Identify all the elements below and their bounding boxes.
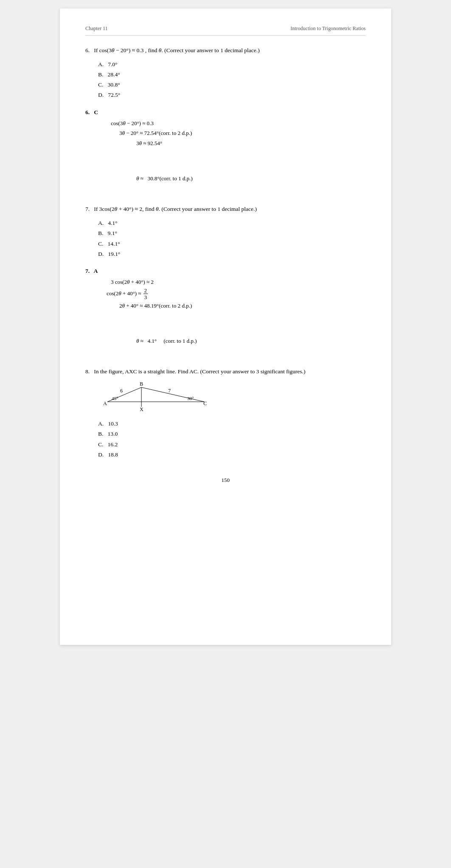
question-6-options: A. 7.0° B. 28.4° C. 30.8° D. 72.5°: [98, 59, 366, 101]
page: Chapter 11 Introduction to Trigonometric…: [60, 8, 391, 645]
solution-7-final: θ ≈ 4.1° (corr. to 1 d.p.): [136, 336, 366, 346]
solution-7-line2: cos(2θ + 40°) ≈ 2 3: [107, 287, 366, 301]
option-8d: D. 18.8: [98, 450, 366, 460]
solution-6-line1: cos(3θ − 20°) ≈ 0.3: [111, 118, 366, 128]
question-7-options: A. 4.1° B. 9.1° C. 14.1° D. 19.1°: [98, 218, 366, 259]
solution-6-line3: 3θ ≈ 92.54°: [136, 138, 366, 148]
option-7d: D. 19.1°: [98, 249, 366, 259]
page-header: Chapter 11 Introduction to Trigonometric…: [85, 25, 366, 36]
svg-text:7: 7: [168, 388, 171, 394]
svg-text:45°: 45°: [112, 396, 118, 401]
svg-text:6: 6: [120, 388, 123, 394]
page-number: 150: [85, 477, 366, 484]
question-8-options: A. 10.3 B. 13.0 C. 16.2 D. 18.8: [98, 419, 366, 460]
svg-text:X: X: [140, 406, 144, 412]
diagram-8: B A X C 6 7 45: [102, 381, 221, 414]
solution-6-final: θ ≈ 30.8°(corr. to 1 d.p.): [136, 174, 366, 183]
svg-text:A: A: [103, 400, 107, 406]
svg-text:B: B: [140, 381, 143, 387]
solution-7: 7. A 3 cos(2θ + 40°) ≈ 2 cos(2θ + 40°) ≈…: [85, 268, 366, 346]
question-8-text: 8. In the figure, AXC is a straight line…: [85, 367, 366, 376]
fraction-2-3: 2 3: [144, 287, 148, 301]
option-7b: B. 9.1°: [98, 228, 366, 238]
option-8b: B. 13.0: [98, 429, 366, 439]
chapter-label: Chapter 11: [85, 25, 108, 32]
solution-6: 6. C cos(3θ − 20°) ≈ 0.3 3θ − 20° ≈ 72.5…: [85, 109, 366, 184]
question-6: 6. If cos(3θ − 20°) ≈ 0.3 , find θ. (Cor…: [85, 46, 366, 101]
solution-7-line3: 2θ + 40° ≈ 48.19°(corr. to 2 d.p.): [119, 301, 366, 311]
option-6c: C. 30.8°: [98, 80, 366, 90]
chapter-title: Introduction to Trigonometric Ratios: [290, 25, 366, 32]
question-6-text: 6. If cos(3θ − 20°) ≈ 0.3 , find θ. (Cor…: [85, 46, 366, 55]
option-7a: A. 4.1°: [98, 218, 366, 228]
solution-7-line1: 3 cos(2θ + 40°) ≈ 2: [111, 277, 366, 287]
option-7c: C. 14.1°: [98, 239, 366, 249]
solution-7-answer: 7. A: [85, 268, 366, 274]
diagram-8-svg: B A X C 6 7 45: [102, 381, 221, 419]
svg-line-6: [141, 387, 204, 402]
svg-text:C: C: [203, 400, 207, 406]
option-6b: B. 28.4°: [98, 70, 366, 80]
question-7-text: 7. If 3cos(2θ + 40°) ≈ 2, find θ. (Corre…: [85, 204, 366, 214]
svg-text:30°: 30°: [187, 396, 194, 401]
question-7: 7. If 3cos(2θ + 40°) ≈ 2, find θ. (Corre…: [85, 204, 366, 259]
option-8a: A. 10.3: [98, 419, 366, 429]
option-6a: A. 7.0°: [98, 59, 366, 70]
question-8: 8. In the figure, AXC is a straight line…: [85, 367, 366, 460]
solution-6-line2: 3θ − 20° ≈ 72.54°(corr. to 2 d.p.): [119, 128, 366, 138]
solution-6-answer: 6. C: [85, 109, 366, 116]
option-6d: D. 72.5°: [98, 90, 366, 100]
option-8c: C. 16.2: [98, 440, 366, 450]
